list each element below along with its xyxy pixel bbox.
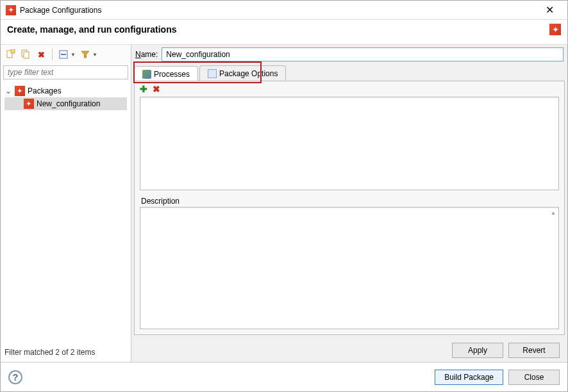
toolbar-separator (52, 49, 53, 60)
apply-button[interactable]: Apply (452, 343, 503, 358)
tab-package-options[interactable]: Package Options (199, 65, 286, 81)
left-toolbar: ✖ ▼ ▼ (1, 45, 131, 64)
processes-toolbar: ✚ ✖ (135, 81, 564, 97)
filter-dropdown-icon[interactable]: ▼ (92, 52, 97, 58)
tab-package-options-label: Package Options (219, 69, 278, 78)
scroll-up-icon[interactable]: ▲ (549, 209, 557, 216)
filter-text-input[interactable] (3, 65, 128, 79)
apply-revert-row: Apply Revert (131, 339, 567, 362)
collapse-dropdown-icon[interactable]: ▼ (71, 52, 76, 58)
tab-processes-label: Processes (154, 70, 190, 79)
dialog-header: Create, manage, and run configurations ✦ (1, 20, 567, 44)
body-split: ✖ ▼ ▼ ⌄ ✦ Packages ✦ (1, 44, 567, 362)
collapse-all-button[interactable] (58, 49, 69, 60)
build-package-button[interactable]: Build Package (435, 370, 503, 385)
remove-process-button[interactable]: ✖ (153, 84, 160, 94)
packages-icon: ✦ (15, 86, 25, 96)
tree-item-new-configuration[interactable]: ✦ New_configuration (4, 97, 127, 110)
tree-item-label: New_configuration (37, 99, 100, 108)
processes-list[interactable] (140, 97, 559, 190)
tree-root-packages[interactable]: ⌄ ✦ Packages (2, 85, 129, 97)
filter-button[interactable] (79, 49, 91, 60)
package-options-icon (208, 69, 217, 78)
name-row: Name: (131, 45, 567, 64)
description-label: Description (141, 197, 558, 206)
dialog-heading: Create, manage, and run configurations (7, 24, 549, 35)
tab-strip: Processes Package Options (131, 64, 567, 81)
right-pane: Name: Processes Package Options ✚ ✖ (131, 45, 567, 362)
svg-rect-3 (24, 52, 29, 58)
config-tree[interactable]: ⌄ ✦ Packages ✦ New_configuration (1, 82, 131, 345)
revert-button[interactable]: Revert (508, 343, 560, 358)
tree-expand-icon[interactable]: ⌄ (4, 86, 12, 95)
add-process-button[interactable]: ✚ (140, 84, 147, 94)
window-title: Package Configurations (20, 6, 537, 15)
filter-match-status: Filter matched 2 of 2 items (1, 345, 131, 362)
help-button[interactable]: ? (8, 370, 22, 384)
name-label: Name: (135, 50, 158, 59)
app-icon: ✦ (6, 5, 16, 15)
duplicate-config-button[interactable] (20, 49, 31, 60)
config-icon: ✦ (24, 99, 34, 109)
close-button[interactable]: Close (508, 370, 560, 385)
header-icon: ✦ (549, 24, 561, 35)
window-close-button[interactable]: ✕ (537, 1, 562, 20)
tree-root-label: Packages (28, 86, 62, 95)
titlebar: ✦ Package Configurations ✕ (1, 1, 567, 20)
new-config-button[interactable] (4, 49, 16, 60)
description-textarea[interactable]: ▲ (140, 207, 559, 329)
dialog-window: ✦ Package Configurations ✕ Create, manag… (0, 0, 568, 392)
name-input[interactable] (162, 47, 564, 61)
tab-content-processes: ✚ ✖ Description ▲ (134, 81, 565, 335)
tab-processes[interactable]: Processes (134, 66, 198, 81)
processes-icon (142, 70, 151, 79)
delete-config-button[interactable]: ✖ (35, 49, 47, 60)
bottom-bar: ? Build Package Close (1, 362, 567, 391)
svg-rect-1 (11, 49, 15, 53)
left-pane: ✖ ▼ ▼ ⌄ ✦ Packages ✦ (1, 45, 131, 362)
